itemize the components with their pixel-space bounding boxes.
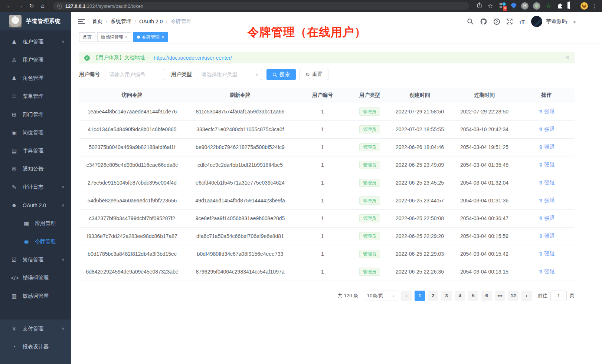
page-button-1[interactable]: 1 — [415, 291, 425, 301]
breadcrumb-system[interactable]: 系统管理 — [111, 18, 131, 25]
page-button-4[interactable]: 4 — [455, 291, 465, 301]
search-icon[interactable] — [467, 18, 474, 25]
force-logout-button[interactable]: 强退 — [539, 144, 555, 150]
share-icon[interactable] — [474, 0, 484, 12]
tab-label: 令牌管理 — [142, 34, 160, 40]
select-placeholder: 请选择用户类型 — [201, 71, 238, 78]
sidebar-item-oauth2-token[interactable]: ◉ 令牌管理 — [0, 232, 71, 251]
reload-icon[interactable]: ↻ — [27, 0, 36, 12]
split-screen-extension-icon[interactable] — [569, 2, 576, 10]
sidebar-item-post[interactable]: ▣ 岗位管理 — [0, 123, 71, 142]
fullscreen-icon[interactable] — [506, 18, 513, 25]
force-logout-button[interactable]: 强退 — [539, 162, 555, 168]
info-icon[interactable]: i — [57, 4, 62, 9]
page-button-3[interactable]: 3 — [441, 291, 452, 301]
prev-page-button[interactable]: ‹ — [401, 291, 412, 301]
sidebar-item-sms[interactable]: ☑ 短信管理 ∨ — [0, 251, 71, 269]
app-window: 芋道管理系统 ♟ 租户管理 ∨ ♙ 用户管理 ♟ 角色管理 ≣ 菜单管理 ⊞ 部… — [0, 12, 602, 364]
sidebar-item-error-code[interactable]: </> 错误码管理 — [0, 269, 71, 287]
recorder-extension-icon[interactable] — [533, 2, 540, 10]
user-type-badge: 管理员 — [359, 250, 380, 258]
puzzle-extensions-icon[interactable] — [557, 2, 564, 10]
sidebar-item-dept[interactable]: ⊞ 部门管理 — [0, 105, 71, 123]
pagination-ellipsis[interactable]: ••• — [495, 291, 505, 301]
page-button-12[interactable]: 12 — [508, 291, 518, 301]
sidebar-item-user[interactable]: ♙ 用户管理 — [0, 51, 71, 69]
force-logout-button[interactable]: 强退 — [539, 233, 555, 239]
sidebar-item-oauth2-app[interactable]: ▦ 应用管理 — [0, 214, 71, 232]
sidebar-item-report-designer[interactable]: ◔ 报表设计器 — [0, 338, 71, 356]
sidebar-item-audit-log[interactable]: ✎ 审计日志 ∨ — [0, 178, 71, 196]
breadcrumb-home[interactable]: 首页 — [92, 18, 102, 25]
tab-sensitive-words[interactable]: 敏感词管理 × — [97, 32, 131, 42]
sidebar-item-dict[interactable]: ▤ 字典管理 — [0, 142, 71, 160]
page-size-select[interactable]: 10条/页 ∨ — [364, 291, 398, 301]
force-logout-button[interactable]: 强退 — [539, 179, 555, 186]
tab-home[interactable]: 首页 — [79, 32, 95, 42]
user-id-cell: 1 — [295, 227, 350, 245]
tab-close-icon[interactable]: × — [125, 35, 128, 39]
sidebar-collapse-icon[interactable] — [78, 19, 85, 24]
sidebar-item-oauth2[interactable]: ☻ OAuth 2.0 ∧ — [0, 196, 71, 214]
alert-close-icon[interactable]: × — [566, 54, 569, 61]
font-size-icon[interactable]: TT — [519, 19, 525, 25]
back-icon[interactable]: ← — [4, 0, 14, 12]
user-id-input[interactable] — [105, 69, 164, 80]
force-logout-button[interactable]: 强退 — [539, 268, 555, 275]
breadcrumb-current: 令牌管理 — [171, 18, 192, 25]
gem-extension-icon[interactable] — [511, 3, 517, 9]
chevron-down-icon: ∨ — [255, 72, 258, 77]
trash-icon — [539, 269, 543, 274]
app-title: 芋道管理系统 — [26, 18, 60, 25]
sidebar-item-notice[interactable]: ✉ 通知公告 — [0, 160, 71, 178]
tab-close-icon[interactable]: × — [161, 35, 164, 39]
username[interactable]: 芋道源码 — [546, 18, 567, 25]
bookmark-star-icon[interactable]: ☆ — [485, 0, 495, 12]
sidebar-item-tenant[interactable]: ♟ 租户管理 ∨ — [0, 33, 71, 51]
help-icon[interactable]: ? — [494, 19, 500, 25]
page-button-5[interactable]: 5 — [468, 291, 478, 301]
browser-menu-icon[interactable]: ⋮ — [592, 3, 598, 9]
emoji-profile-icon[interactable] — [580, 2, 588, 10]
page-button-6[interactable]: 6 — [481, 291, 492, 301]
breadcrumb-oauth2[interactable]: OAuth 2.0 — [139, 19, 163, 24]
refresh-token-cell: 9ce8ef2aa9f14056b831ae9b608e28d5 — [185, 209, 295, 227]
sidebar-item-pay[interactable]: ¥ 支付管理 ∨ — [0, 320, 71, 338]
user-type-select[interactable]: 请选择用户类型 ∨ — [197, 69, 262, 80]
table-header-row: 访问令牌刷新令牌用户编号用户类型创建时间过期时间操作 — [79, 88, 575, 103]
tab-token-management[interactable]: 令牌管理 × — [133, 32, 168, 42]
sidebar-item-menu[interactable]: ≣ 菜单管理 — [0, 87, 71, 105]
force-logout-button[interactable]: 强退 — [539, 251, 555, 257]
pagination: 共 120 条 10条/页 ∨ ‹ 123456•••12 › 前往 页 — [79, 291, 575, 301]
force-logout-button[interactable]: 强退 — [539, 126, 555, 133]
force-logout-button[interactable]: 强退 — [539, 197, 555, 204]
force-logout-label: 强退 — [544, 126, 555, 133]
avatar[interactable] — [531, 16, 542, 27]
created-time-cell: 2022-06-26 18:04:46 — [389, 138, 450, 156]
force-logout-button[interactable]: 强退 — [539, 108, 555, 115]
action-cell: 强退 — [518, 263, 575, 281]
page-jump-input[interactable] — [550, 291, 567, 301]
oauth-icon: ☻ — [11, 202, 17, 208]
created-time-cell: 2022-06-25 23:49:09 — [389, 156, 450, 174]
command-extension-icon[interactable]: ⌘ — [521, 2, 529, 10]
pinned-extension-icon[interactable]: 9 — [499, 2, 506, 10]
app-logo[interactable]: 芋道管理系统 — [0, 12, 71, 30]
address-bar[interactable]: i 127.0.0.1:1024/system/oauth2/token — [53, 2, 469, 10]
force-logout-label: 强退 — [544, 108, 555, 115]
github-icon[interactable] — [480, 18, 487, 25]
sidebar-item-role[interactable]: ♟ 角色管理 — [0, 69, 71, 87]
search-button[interactable]: 搜索 — [266, 69, 296, 80]
home-icon[interactable]: ⌂ — [38, 0, 48, 12]
page-button-2[interactable]: 2 — [428, 291, 438, 301]
reset-button[interactable]: ↻ 重置 — [300, 69, 328, 80]
next-page-button[interactable]: › — [521, 291, 532, 301]
doc-link[interactable]: https://doc.iocoder.cn/user-center/ — [154, 55, 232, 61]
user-id-cell: 1 — [295, 156, 350, 174]
force-logout-button[interactable]: 强退 — [539, 215, 555, 222]
topbar: 首页 / 系统管理 / OAuth 2.0 / 令牌管理 ? TT — [71, 12, 602, 31]
sidebar-item-sensitive-word[interactable]: ▥ 敏感词管理 — [0, 287, 71, 305]
xpath-extension-icon[interactable]: ☆ — [545, 2, 552, 10]
forward-icon[interactable]: → — [16, 0, 25, 12]
user-dropdown-caret-icon[interactable] — [573, 21, 576, 23]
